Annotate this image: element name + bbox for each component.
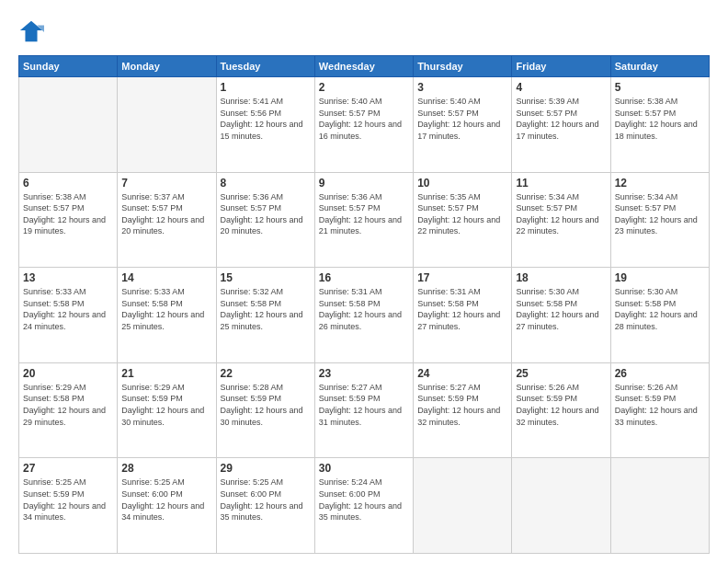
logo-icon xyxy=(18,18,44,44)
calendar-cell: 11Sunrise: 5:34 AMSunset: 5:57 PMDayligh… xyxy=(512,172,610,268)
calendar-cell: 10Sunrise: 5:35 AMSunset: 5:57 PMDayligh… xyxy=(414,172,512,268)
day-number: 11 xyxy=(516,177,606,190)
day-info: Sunrise: 5:34 AMSunset: 5:57 PMDaylight:… xyxy=(516,191,606,237)
day-number: 30 xyxy=(319,462,409,475)
day-number: 20 xyxy=(23,367,113,380)
calendar-cell: 13Sunrise: 5:33 AMSunset: 5:58 PMDayligh… xyxy=(19,268,118,363)
day-info: Sunrise: 5:27 AMSunset: 5:59 PMDaylight:… xyxy=(319,382,409,428)
header xyxy=(18,18,710,44)
calendar-cell: 28Sunrise: 5:25 AMSunset: 6:00 PMDayligh… xyxy=(118,458,216,554)
day-info: Sunrise: 5:26 AMSunset: 5:59 PMDaylight:… xyxy=(615,382,705,428)
calendar-cell: 24Sunrise: 5:27 AMSunset: 5:59 PMDayligh… xyxy=(414,362,512,458)
day-info: Sunrise: 5:28 AMSunset: 5:59 PMDaylight:… xyxy=(221,382,311,428)
calendar-week-1: 1Sunrise: 5:41 AMSunset: 5:56 PMDaylight… xyxy=(19,77,710,173)
day-number: 2 xyxy=(319,81,409,94)
day-info: Sunrise: 5:27 AMSunset: 5:59 PMDaylight:… xyxy=(417,382,507,428)
day-info: Sunrise: 5:33 AMSunset: 5:58 PMDaylight:… xyxy=(23,286,113,332)
day-number: 14 xyxy=(121,271,211,284)
page: SundayMondayTuesdayWednesdayThursdayFrid… xyxy=(0,0,728,563)
calendar-table: SundayMondayTuesdayWednesdayThursdayFrid… xyxy=(18,55,710,554)
day-number: 25 xyxy=(516,367,606,380)
col-header-sunday: Sunday xyxy=(19,56,118,77)
day-number: 15 xyxy=(221,271,311,284)
calendar-week-3: 13Sunrise: 5:33 AMSunset: 5:58 PMDayligh… xyxy=(19,268,710,363)
day-number: 4 xyxy=(516,81,606,94)
calendar-cell: 29Sunrise: 5:25 AMSunset: 6:00 PMDayligh… xyxy=(216,458,314,554)
calendar-week-4: 20Sunrise: 5:29 AMSunset: 5:58 PMDayligh… xyxy=(19,362,710,458)
calendar-header-row: SundayMondayTuesdayWednesdayThursdayFrid… xyxy=(19,56,710,77)
day-info: Sunrise: 5:40 AMSunset: 5:57 PMDaylight:… xyxy=(417,96,507,142)
day-info: Sunrise: 5:25 AMSunset: 6:00 PMDaylight:… xyxy=(121,477,211,523)
day-info: Sunrise: 5:29 AMSunset: 5:58 PMDaylight:… xyxy=(23,382,113,428)
day-info: Sunrise: 5:26 AMSunset: 5:59 PMDaylight:… xyxy=(516,382,606,428)
day-number: 28 xyxy=(121,462,211,475)
day-number: 26 xyxy=(615,367,705,380)
calendar-cell: 21Sunrise: 5:29 AMSunset: 5:59 PMDayligh… xyxy=(118,362,216,458)
calendar-cell xyxy=(512,458,610,554)
day-info: Sunrise: 5:24 AMSunset: 6:00 PMDaylight:… xyxy=(319,477,409,523)
day-info: Sunrise: 5:38 AMSunset: 5:57 PMDaylight:… xyxy=(23,191,113,237)
day-number: 1 xyxy=(221,81,311,94)
calendar-cell xyxy=(19,77,118,173)
col-header-monday: Monday xyxy=(118,56,216,77)
calendar-cell xyxy=(414,458,512,554)
day-info: Sunrise: 5:37 AMSunset: 5:57 PMDaylight:… xyxy=(121,191,211,237)
day-number: 16 xyxy=(319,271,409,284)
calendar-cell: 30Sunrise: 5:24 AMSunset: 6:00 PMDayligh… xyxy=(314,458,413,554)
calendar-cell: 6Sunrise: 5:38 AMSunset: 5:57 PMDaylight… xyxy=(19,172,118,268)
day-info: Sunrise: 5:30 AMSunset: 5:58 PMDaylight:… xyxy=(615,286,705,332)
col-header-saturday: Saturday xyxy=(610,56,709,77)
calendar-cell: 15Sunrise: 5:32 AMSunset: 5:58 PMDayligh… xyxy=(216,268,314,363)
day-number: 17 xyxy=(417,271,507,284)
day-number: 8 xyxy=(221,177,311,190)
calendar-week-5: 27Sunrise: 5:25 AMSunset: 5:59 PMDayligh… xyxy=(19,458,710,554)
day-info: Sunrise: 5:34 AMSunset: 5:57 PMDaylight:… xyxy=(615,191,705,237)
calendar-cell: 1Sunrise: 5:41 AMSunset: 5:56 PMDaylight… xyxy=(216,77,314,173)
calendar-cell xyxy=(610,458,709,554)
calendar-cell: 18Sunrise: 5:30 AMSunset: 5:58 PMDayligh… xyxy=(512,268,610,363)
day-number: 6 xyxy=(23,177,113,190)
day-number: 22 xyxy=(221,367,311,380)
day-info: Sunrise: 5:36 AMSunset: 5:57 PMDaylight:… xyxy=(319,191,409,237)
calendar-cell: 20Sunrise: 5:29 AMSunset: 5:58 PMDayligh… xyxy=(19,362,118,458)
day-info: Sunrise: 5:29 AMSunset: 5:59 PMDaylight:… xyxy=(121,382,211,428)
calendar-week-2: 6Sunrise: 5:38 AMSunset: 5:57 PMDaylight… xyxy=(19,172,710,268)
svg-marker-0 xyxy=(20,21,42,41)
day-number: 23 xyxy=(319,367,409,380)
day-info: Sunrise: 5:35 AMSunset: 5:57 PMDaylight:… xyxy=(417,191,507,237)
day-info: Sunrise: 5:32 AMSunset: 5:58 PMDaylight:… xyxy=(221,286,311,332)
day-info: Sunrise: 5:38 AMSunset: 5:57 PMDaylight:… xyxy=(615,96,705,142)
calendar-cell: 22Sunrise: 5:28 AMSunset: 5:59 PMDayligh… xyxy=(216,362,314,458)
col-header-tuesday: Tuesday xyxy=(216,56,314,77)
calendar-cell: 12Sunrise: 5:34 AMSunset: 5:57 PMDayligh… xyxy=(610,172,709,268)
calendar-cell xyxy=(118,77,216,173)
calendar-cell: 26Sunrise: 5:26 AMSunset: 5:59 PMDayligh… xyxy=(610,362,709,458)
day-number: 19 xyxy=(615,271,705,284)
calendar-cell: 8Sunrise: 5:36 AMSunset: 5:57 PMDaylight… xyxy=(216,172,314,268)
col-header-friday: Friday xyxy=(512,56,610,77)
day-info: Sunrise: 5:30 AMSunset: 5:58 PMDaylight:… xyxy=(516,286,606,332)
calendar-cell: 27Sunrise: 5:25 AMSunset: 5:59 PMDayligh… xyxy=(19,458,118,554)
day-number: 12 xyxy=(615,177,705,190)
calendar-cell: 2Sunrise: 5:40 AMSunset: 5:57 PMDaylight… xyxy=(314,77,413,173)
day-info: Sunrise: 5:25 AMSunset: 6:00 PMDaylight:… xyxy=(221,477,311,523)
day-number: 5 xyxy=(615,81,705,94)
calendar-cell: 7Sunrise: 5:37 AMSunset: 5:57 PMDaylight… xyxy=(118,172,216,268)
day-info: Sunrise: 5:25 AMSunset: 5:59 PMDaylight:… xyxy=(23,477,113,523)
day-info: Sunrise: 5:33 AMSunset: 5:58 PMDaylight:… xyxy=(121,286,211,332)
day-number: 27 xyxy=(23,462,113,475)
calendar-cell: 4Sunrise: 5:39 AMSunset: 5:57 PMDaylight… xyxy=(512,77,610,173)
calendar-cell: 23Sunrise: 5:27 AMSunset: 5:59 PMDayligh… xyxy=(314,362,413,458)
day-info: Sunrise: 5:31 AMSunset: 5:58 PMDaylight:… xyxy=(319,286,409,332)
day-number: 3 xyxy=(417,81,507,94)
day-info: Sunrise: 5:31 AMSunset: 5:58 PMDaylight:… xyxy=(417,286,507,332)
day-info: Sunrise: 5:40 AMSunset: 5:57 PMDaylight:… xyxy=(319,96,409,142)
day-number: 7 xyxy=(121,177,211,190)
day-number: 13 xyxy=(23,271,113,284)
calendar-cell: 17Sunrise: 5:31 AMSunset: 5:58 PMDayligh… xyxy=(414,268,512,363)
calendar-cell: 14Sunrise: 5:33 AMSunset: 5:58 PMDayligh… xyxy=(118,268,216,363)
logo xyxy=(18,18,48,44)
calendar-cell: 9Sunrise: 5:36 AMSunset: 5:57 PMDaylight… xyxy=(314,172,413,268)
calendar-cell: 25Sunrise: 5:26 AMSunset: 5:59 PMDayligh… xyxy=(512,362,610,458)
day-info: Sunrise: 5:39 AMSunset: 5:57 PMDaylight:… xyxy=(516,96,606,142)
